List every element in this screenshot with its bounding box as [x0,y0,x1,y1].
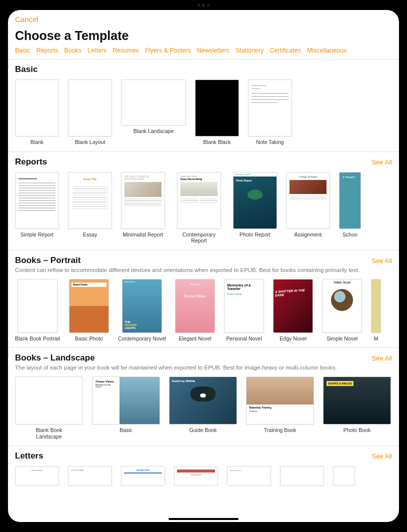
thumbnail [15,376,83,424]
tab-stationery[interactable]: Stationery [236,47,264,54]
see-all-reports[interactable]: See All [372,158,392,166]
category-tabs: Basic Reports Books Letters Resumes Flye… [8,47,399,59]
template-label: Simple Report [20,232,54,238]
template-blank-book-portrait[interactable]: Blank Book Portrait [15,279,60,342]
template-letter-6[interactable] [280,466,324,486]
home-indicator[interactable] [168,518,238,520]
template-essay[interactable]: Essay Title Essay [68,172,112,244]
thumbnail: Sender Name [15,466,59,486]
see-all-books-portrait[interactable]: See All [372,257,392,264]
template-chooser-screen: Cancel Choose a Template Basic Reports B… [8,10,399,522]
template-basic-landscape[interactable]: Ocean Views Highlights From My Travels B… [92,376,160,440]
template-training-book[interactable]: Bakeshop Training The Basics Training Bo… [246,376,314,440]
thumbnail: Sender Name [174,466,218,486]
template-letter-1[interactable]: Sender Name [15,466,59,486]
template-blank[interactable]: Blank [15,80,59,146]
thumb-author: Author Name [122,280,162,284]
template-letter-5[interactable]: Sender Name [227,466,271,486]
template-label: Minimalist Report [122,232,163,238]
template-contemporary-report[interactable]: Simple Home Styling Easy Decorating Cont… [174,172,224,244]
template-label: Basic [120,427,132,434]
section-title-reports: Reports [15,157,47,167]
section-title-books-landscape: Books – Landscape [15,353,95,363]
template-blank-book-landscape[interactable]: Blank Book Landscape [15,376,83,440]
thumbnail: Author Name Eternal Shine [175,279,215,333]
template-contemporary-novel[interactable]: Author Name THE WAKING LIGHTS Contempora… [118,279,166,342]
section-letters: Letters See All Sender Name SENDER NAME … [8,446,399,486]
tab-flyers-posters[interactable]: Flyers & Posters [145,47,191,54]
template-note-taking[interactable]: Note Taking [248,80,292,146]
thumbnail [121,80,186,126]
template-assignment[interactable]: Geology 101 Report Assignment [286,172,330,244]
template-edgy-novel[interactable]: A SHATTER IN THE DARK Edgy Novel [273,279,313,342]
template-letter-2[interactable]: SENDER NAME [68,466,112,486]
thumbnail: Sender Name [227,466,271,486]
template-label: Contemporary Report [174,232,224,244]
thumb-author: Author Name [178,284,212,286]
section-title-basic: Basic [15,64,38,74]
template-label: Note Taking [256,139,284,146]
thumbnail: Exploring Wildlife [169,376,237,424]
thumb-text: Ocean Views [96,380,116,383]
tab-basic[interactable]: Basic [15,47,30,54]
tab-miscellaneous[interactable]: Miscellaneous [307,47,346,54]
tab-certificates[interactable]: Certificates [270,47,301,54]
tab-resumes[interactable]: Resumes [112,47,139,54]
template-blank-landscape[interactable]: Blank Landscape [121,80,186,146]
tab-letters[interactable]: Letters [88,47,106,54]
template-simple-novel[interactable]: THREE TALES Simple Novel [322,279,362,342]
thumb-text: Memories of a Traveler [227,284,261,291]
see-all-letters[interactable]: See All [372,452,392,460]
template-personal-novel[interactable]: Memories of a Traveler Author Name Perso… [224,279,264,342]
thumb-author: Author Name [227,292,261,296]
template-letter-7[interactable] [333,466,355,486]
section-basic: Basic Blank Blank Layout Blank Landscape [8,60,399,152]
template-guide-book[interactable]: Exploring Wildlife Guide Book [169,376,237,440]
template-simple-report[interactable]: Simple Report [15,172,59,244]
thumbnail [333,466,355,486]
thumbnail: A Voyage t [339,172,361,229]
thumbnail: ORGANIC FORMS IN ARCHITECTURE [121,172,165,229]
template-label: Guide Book [190,427,217,434]
template-label: Blank Landscape [134,128,174,134]
template-label: Schoo [342,232,358,238]
template-label: M [374,336,378,342]
thumbnail: Geology 101 Report [286,172,330,229]
thumbnail [371,279,381,333]
cancel-button[interactable]: Cancel [15,15,38,24]
template-blank-black[interactable]: Blank Black [195,80,239,146]
template-photo-book[interactable]: SHAPES & ANGLES Photo Book [323,376,391,440]
template-photo-report[interactable]: Author Name · Aug 01 Photo Report Photo … [233,172,277,244]
template-label: Simple Novel [326,336,358,342]
thumb-text: Photo Report [234,176,276,184]
template-more-portrait[interactable]: M [371,279,381,342]
template-blank-layout[interactable]: Blank Layout [68,80,112,146]
see-all-books-landscape[interactable]: See All [372,354,392,362]
template-label: Blank Layout [75,139,106,146]
tab-newsletters[interactable]: Newsletters [197,47,230,54]
template-elegant-novel[interactable]: Author Name Eternal Shine Elegant Novel [175,279,215,342]
thumb-text: A Voyage t [342,176,358,178]
template-label: Basic Photo [75,336,103,342]
thumbnail [15,80,59,136]
thumbnail [195,80,239,136]
template-label: Essay [83,232,98,238]
thumbnail: THREE TALES [322,279,362,333]
thumbnail: Bakeshop Training The Basics [246,376,314,424]
template-school-report[interactable]: A Voyage t Schoo [339,172,361,244]
template-letter-3[interactable]: SENDER NAME [121,466,165,486]
thumb-text: Desert Dunes [72,282,106,287]
thumbnail [280,466,324,486]
thumb-text: Exploring Wildlife [172,380,234,382]
section-title-books-portrait: Books – Portrait [15,256,80,266]
thumb-text: Eternal Shine [178,294,212,298]
template-letter-4[interactable]: Sender Name [174,466,218,486]
template-minimalist-report[interactable]: ORGANIC FORMS IN ARCHITECTURE Minimalist… [121,172,165,244]
template-basic-photo[interactable]: Desert Dunes Basic Photo [69,279,109,342]
thumb-subtext: The Basics [246,410,314,412]
thumbnail: SENDER NAME [121,466,165,486]
tab-books[interactable]: Books [64,47,82,54]
tab-reports[interactable]: Reports [36,47,58,54]
template-label: Elegant Novel [179,336,212,342]
thumbnail: Simple Home Styling Easy Decorating [177,172,221,229]
